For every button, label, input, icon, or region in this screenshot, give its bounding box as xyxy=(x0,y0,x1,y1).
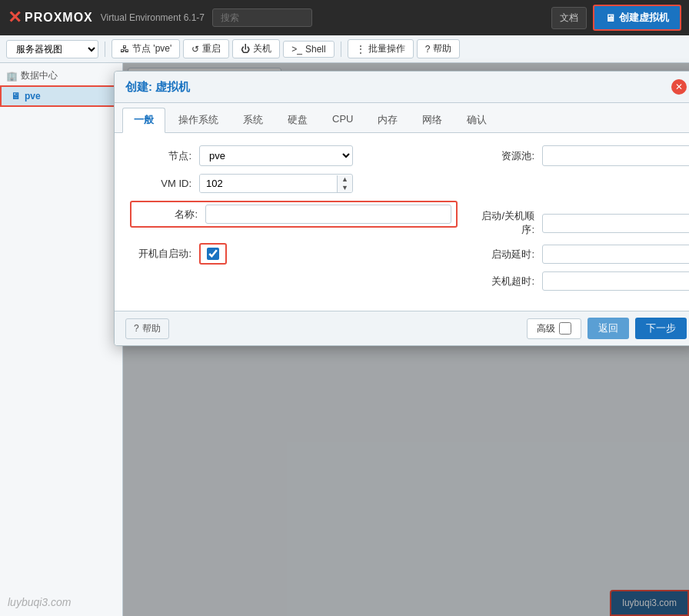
form-row-autostart: 开机自启动: xyxy=(130,243,458,265)
tab-general[interactable]: 一般 xyxy=(122,108,165,133)
batch-icon: ⋮ xyxy=(356,44,365,55)
logo: ✕ PROXMOX Virtual Environment 6.1-7 xyxy=(8,8,205,28)
name-field-label: 名称: xyxy=(136,208,198,221)
monitor-icon: 🖥 xyxy=(605,12,615,24)
sidebar-header: 🏢 数据中心 xyxy=(0,66,122,85)
autostart-checkbox[interactable] xyxy=(207,248,219,260)
tab-os[interactable]: 操作系统 xyxy=(167,108,230,132)
view-select[interactable]: 服务器视图 xyxy=(6,40,98,58)
form-row-pool: 资源池: xyxy=(473,145,689,166)
tab-confirm[interactable]: 确认 xyxy=(455,108,498,132)
sidebar: 🏢 数据中心 🖥 pve xyxy=(0,63,123,616)
logo-x-icon: ✕ xyxy=(8,8,22,28)
node-label-btn[interactable]: 🖧 节点 'pve' xyxy=(112,39,180,58)
name-input[interactable]: Openwrt xyxy=(205,205,451,224)
next-button[interactable]: 下一步 xyxy=(635,318,687,339)
vmid-field-label: VM ID: xyxy=(130,178,191,189)
autostart-checkbox-container xyxy=(199,243,227,265)
separator-1 xyxy=(105,42,105,57)
node-icon: 🖧 xyxy=(120,44,129,55)
modal-header: 创建: 虚拟机 ✕ xyxy=(115,72,689,103)
modal-title: 创建: 虚拟机 xyxy=(125,80,190,95)
create-vm-button[interactable]: 🖥 创建虚拟机 xyxy=(593,5,681,31)
top-bar: ✕ PROXMOX Virtual Environment 6.1-7 文档 🖥… xyxy=(0,0,689,35)
sidebar-item-pve[interactable]: 🖥 pve xyxy=(0,85,122,107)
tab-system[interactable]: 系统 xyxy=(231,108,275,132)
modal-close-button[interactable]: ✕ xyxy=(671,79,687,95)
vmid-increment-button[interactable]: ▲ xyxy=(338,175,352,184)
shutdown-timeout-input[interactable]: default xyxy=(542,271,689,291)
vmid-decrement-button[interactable]: ▼ xyxy=(338,184,352,192)
node-select[interactable]: pve xyxy=(199,145,353,166)
form-row-shutdown-timeout: 关机超时: default xyxy=(473,271,689,291)
footer-right-actions: 高级 返回 下一步 xyxy=(527,318,687,339)
content-area: 创建: 虚拟机 ✕ 一般 操作系统 系统 硬盘 CPU 内存 网络 确认 xyxy=(123,63,689,616)
doc-button[interactable]: 文档 xyxy=(551,7,587,29)
back-button[interactable]: 返回 xyxy=(587,318,629,339)
create-vm-modal: 创建: 虚拟机 ✕ 一般 操作系统 系统 硬盘 CPU 内存 网络 确认 xyxy=(114,71,689,346)
form-row-node: 节点: pve xyxy=(130,145,458,166)
tab-disk[interactable]: 硬盘 xyxy=(276,108,319,132)
modal-tabs: 一般 操作系统 系统 硬盘 CPU 内存 网络 确认 xyxy=(115,103,689,133)
tab-memory[interactable]: 内存 xyxy=(366,108,409,132)
form-row-start-order: 启动/关机顺序: any xyxy=(473,209,689,237)
shutdown-icon: ⏻ xyxy=(241,44,250,55)
top-search-input[interactable] xyxy=(212,8,312,27)
autostart-label: 开机自启动: xyxy=(130,247,191,261)
tab-cpu[interactable]: CPU xyxy=(321,108,364,132)
advanced-button[interactable]: 高级 xyxy=(527,318,581,339)
form-row-vmid: VM ID: 102 ▲ ▼ xyxy=(130,174,458,193)
advanced-checkbox[interactable] xyxy=(559,322,571,335)
help-button[interactable]: ? 帮助 xyxy=(125,318,169,339)
server-icon: 🖥 xyxy=(11,91,20,102)
shutdown-timeout-label: 关机超时: xyxy=(473,275,534,288)
logo-text: PROXMOX xyxy=(25,11,93,25)
help-icon: ? xyxy=(425,44,431,55)
footer-left-actions: ? 帮助 xyxy=(125,318,169,339)
modal-footer: ? 帮助 高级 返回 下一步 xyxy=(115,311,689,345)
form-left-col: 节点: pve VM ID: 102 xyxy=(130,145,458,298)
restart-icon: ↺ xyxy=(191,44,199,55)
datacenter-icon: 🏢 xyxy=(6,71,18,82)
tab-network[interactable]: 网络 xyxy=(411,108,454,132)
start-order-label: 启动/关机顺序: xyxy=(473,209,534,237)
help-toolbar-button[interactable]: ? 帮助 xyxy=(417,39,461,58)
spacer xyxy=(130,235,458,243)
top-bar-actions: 文档 🖥 创建虚拟机 xyxy=(551,5,681,31)
vmid-input[interactable]: 102 xyxy=(200,175,337,192)
shutdown-button[interactable]: ⏻ 关机 xyxy=(232,39,280,58)
pool-select[interactable] xyxy=(542,145,689,166)
shell-button[interactable]: >_ Shell xyxy=(283,41,334,58)
form-row-start-delay: 启动延时: default xyxy=(473,245,689,264)
right-spacer xyxy=(473,174,689,209)
form-row-name-highlighted: 名称: Openwrt xyxy=(130,201,458,228)
form-columns: 节点: pve VM ID: 102 xyxy=(130,145,682,298)
help-circle-icon: ? xyxy=(134,323,139,334)
start-order-input[interactable]: any xyxy=(542,214,689,233)
restart-button[interactable]: ↺ 重启 xyxy=(183,39,229,58)
main-toolbar: 服务器视图 🖧 节点 'pve' ↺ 重启 ⏻ 关机 >_ Shell ⋮ 批量… xyxy=(0,35,689,63)
modal-overlay: 创建: 虚拟机 ✕ 一般 操作系统 系统 硬盘 CPU 内存 网络 确认 xyxy=(123,63,689,616)
start-delay-input[interactable]: default xyxy=(542,245,689,264)
start-delay-label: 启动延时: xyxy=(473,248,534,261)
shell-icon: >_ xyxy=(291,44,302,55)
form-right-col: 资源池: 启动/关机顺序: any xyxy=(473,145,689,298)
pool-field-label: 资源池: xyxy=(473,149,534,163)
app-version: Virtual Environment 6.1-7 xyxy=(101,12,205,23)
batch-button[interactable]: ⋮ 批量操作 xyxy=(348,39,414,58)
separator-2 xyxy=(341,42,341,57)
modal-body: 节点: pve VM ID: 102 xyxy=(115,133,689,311)
main-layout: 🏢 数据中心 🖥 pve 创建: 虚拟机 ✕ 一般 操作 xyxy=(0,63,689,616)
node-field-label: 节点: xyxy=(130,149,191,163)
watermark-bottom: luybuqi3.com xyxy=(8,596,72,608)
vmid-spinner-buttons: ▲ ▼ xyxy=(337,175,352,192)
vmid-spinner: 102 ▲ ▼ xyxy=(199,174,353,193)
